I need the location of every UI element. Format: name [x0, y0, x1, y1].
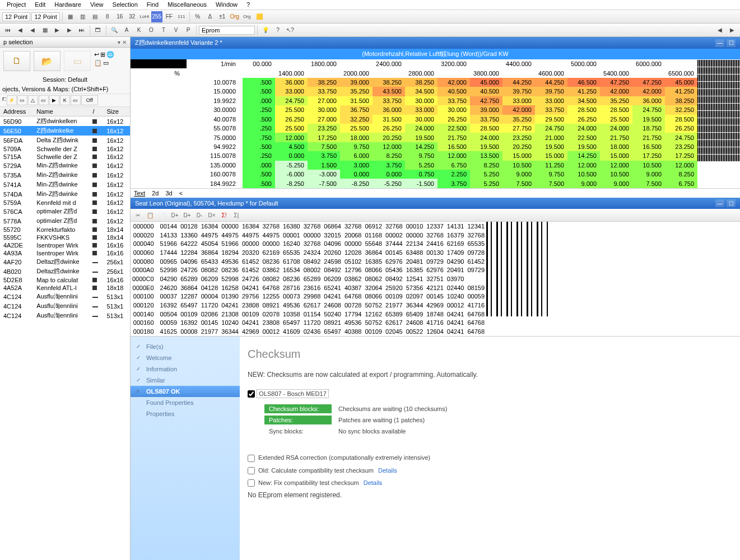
mark-a-icon[interactable]: A	[121, 25, 132, 36]
d2-icon[interactable]: D+	[182, 210, 192, 220]
prev-icon[interactable]: ◀	[15, 25, 26, 36]
col-name[interactable]: Name	[33, 107, 89, 116]
menu-edit[interactable]: Edit	[30, 0, 50, 10]
mini-5-icon[interactable]: ▭	[103, 59, 109, 67]
mini-2-icon[interactable]: ⊞	[100, 51, 105, 58]
font-size-2[interactable]: 12 Point	[31, 12, 59, 21]
nav-properties[interactable]: Properties	[131, 408, 240, 419]
map-row[interactable]: 5759AKennfeld mit d16x12	[0, 199, 130, 207]
eprom-combo[interactable]: Eprom	[199, 26, 255, 35]
map-row[interactable]: 4C124Ausflu渹ennlini513x1	[0, 292, 130, 301]
col-size[interactable]: Size	[103, 107, 130, 116]
sigma-icon[interactable]: Σ!	[219, 210, 229, 220]
fwd-icon[interactable]: ▶	[64, 25, 75, 36]
nav-prev-icon[interactable]: ◀	[714, 25, 725, 36]
map-row[interactable]: 4B020Deltaz膤dwinke256x1	[0, 267, 130, 276]
map-row[interactable]: 5595CFKKVSHKS18x14	[0, 234, 130, 241]
nav-information[interactable]: Information	[131, 363, 240, 375]
map-row[interactable]: 5715ASchwelle der Z16x12	[0, 153, 130, 161]
map-row[interactable]: 56E50Z膤dwinkelke16x12	[0, 126, 130, 136]
map-row[interactable]: 5729AMin-Z膤dwinke16x12	[0, 161, 130, 170]
flt-1[interactable]: ⚡	[7, 95, 17, 105]
bits-32-icon[interactable]: 32	[127, 11, 138, 22]
map-row[interactable]: 4AF20Deltaz膤dwinke256x1	[0, 257, 130, 267]
map-row[interactable]: 4A93AIsentroper Wirk16x16	[0, 249, 130, 257]
bulb-icon[interactable]: 💡	[260, 25, 271, 36]
map-row[interactable]: 55720Korrekturfakto18x14	[0, 226, 130, 234]
mini-4-icon[interactable]: 📋	[94, 59, 102, 67]
map-row[interactable]: 4C124Ausflu渹ennlini513x1	[0, 301, 130, 311]
panel-dropdown-icon[interactable]: ▾	[118, 39, 120, 45]
mini-3-icon[interactable]: 🌐	[106, 51, 114, 58]
map-table[interactable]: AddressName/Size 56D90Z膤dwinkelken16x125…	[0, 107, 130, 560]
next-icon[interactable]: ▶	[52, 25, 63, 36]
ff-icon[interactable]: FF	[164, 11, 175, 22]
menu-view[interactable]: View	[86, 0, 108, 10]
hex-minimize-icon[interactable]: —	[715, 199, 724, 207]
num-255-icon[interactable]: 255	[151, 11, 162, 22]
last-icon[interactable]: ⏭	[76, 25, 87, 36]
flt-6[interactable]: K	[60, 95, 70, 105]
old-details-link[interactable]: Details	[378, 467, 397, 474]
col-/[interactable]: /	[89, 107, 103, 116]
bits-16-icon[interactable]: 16	[114, 11, 125, 22]
nav-found-properties[interactable]: Found Properties	[131, 397, 240, 408]
grid-icon[interactable]: ▦	[65, 11, 76, 22]
mark-v-icon[interactable]: V	[170, 25, 181, 36]
pointer-help-icon[interactable]: ↖?	[285, 25, 296, 36]
plusminus-icon[interactable]: ±1	[217, 11, 228, 22]
map-row[interactable]: 5735AMin-Z膤dwinke16x12	[0, 170, 130, 180]
delta-icon[interactable]: Δ	[204, 11, 216, 22]
bits-8-icon[interactable]: 8	[102, 11, 113, 22]
new-details-link[interactable]: Details	[364, 479, 383, 486]
viewtab-3d[interactable]: 3d	[165, 190, 172, 197]
menu-miscellaneous[interactable]: Miscellaneous	[163, 0, 211, 10]
nav-file(s)[interactable]: File(s)	[131, 341, 240, 352]
window-icon[interactable]: 🗔	[92, 25, 104, 36]
search-combo[interactable]: ojects, Versions & Maps: (Ctrl+Shift+F)	[2, 86, 128, 92]
mini-1-icon[interactable]: ↩	[94, 51, 99, 58]
map-row[interactable]: 56FDADelta Z膤dwink16x12	[0, 136, 130, 145]
font-size-1[interactable]: 12 Point	[2, 12, 30, 21]
nav-similar[interactable]: Similar	[131, 375, 240, 386]
mark-o-icon[interactable]: O	[146, 25, 157, 36]
d3-icon[interactable]: D-	[194, 210, 204, 220]
sigma2-icon[interactable]: Σ|	[231, 210, 241, 220]
mark-p-icon[interactable]: P	[183, 25, 194, 36]
percent-icon[interactable]: %	[192, 11, 203, 22]
nav-next-icon[interactable]: ▶	[727, 25, 738, 36]
panel-close-icon[interactable]: ✕	[122, 39, 127, 45]
table-icon[interactable]: ▦	[39, 25, 50, 36]
ols-checkbox[interactable]	[248, 390, 255, 398]
ext-rsa-checkbox[interactable]	[248, 455, 255, 462]
map-data-grid[interactable]: 1/min00.0001800.0002400.0003200.0004400.…	[131, 59, 740, 188]
play-icon[interactable]: ◀	[27, 25, 38, 36]
org-icon[interactable]: Org	[229, 11, 240, 22]
new-project-button[interactable]: 🗋	[3, 51, 30, 71]
flt-7[interactable]: ▭	[71, 95, 81, 105]
viewtab-2d[interactable]: 2d	[152, 190, 159, 197]
mark-t-icon[interactable]: T	[158, 25, 169, 36]
help-icon[interactable]: ?	[272, 25, 283, 36]
lohi-icon[interactable]: LoHi	[139, 11, 150, 22]
new-checkbox[interactable]	[248, 479, 255, 487]
binary-icon[interactable]: 111	[176, 11, 187, 22]
map-row[interactable]: 5709ASchwelle der Z16x12	[0, 145, 130, 153]
old-checkbox[interactable]	[248, 467, 255, 474]
rainbow-icon[interactable]: 🟨	[254, 11, 265, 22]
flt-off[interactable]: Off	[81, 95, 98, 105]
paste-icon[interactable]: 📄	[157, 210, 167, 220]
map-row[interactable]: 574DAMin-Z膤dwinke16x12	[0, 189, 130, 199]
d1-icon[interactable]: D+	[170, 210, 180, 220]
copy-icon[interactable]: 📋	[145, 210, 155, 220]
map-row[interactable]: 4A2DEIsentroper Wirk16x16	[0, 241, 130, 249]
grid3-icon[interactable]: ▤	[90, 11, 101, 22]
d4-icon[interactable]: D×	[207, 210, 217, 220]
menu-hardware[interactable]: Hardware	[50, 0, 86, 10]
flt-4[interactable]: ▭	[39, 95, 49, 105]
hex-maximize-icon[interactable]: ☐	[727, 199, 736, 207]
menu-project[interactable]: Project	[2, 0, 30, 10]
menu-?[interactable]: ?	[242, 0, 254, 10]
map-row[interactable]: 5D2E8Map to calculat16x16	[0, 276, 130, 284]
nav-ols807-ok[interactable]: OLS807 OK	[131, 386, 240, 397]
